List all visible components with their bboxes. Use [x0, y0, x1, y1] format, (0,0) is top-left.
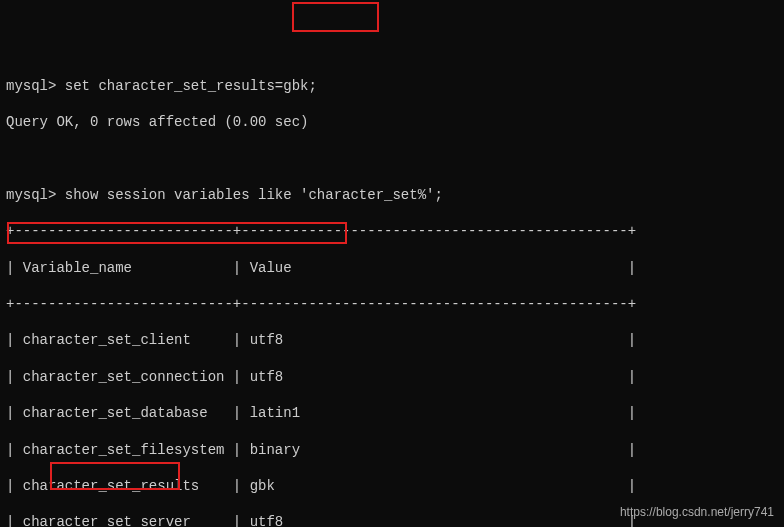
prompt: mysql> [6, 78, 65, 94]
table1-border-mid: +--------------------------+------------… [6, 295, 778, 313]
command-2: show session variables like 'character_s… [65, 187, 443, 203]
table1-row: | character_set_client | utf8 | [6, 331, 778, 349]
cmd-line-2: mysql> show session variables like 'char… [6, 186, 778, 204]
table1-row: | character_set_connection | utf8 | [6, 368, 778, 386]
table1-row: | character_set_database | latin1 | [6, 404, 778, 422]
response-1: Query OK, 0 rows affected (0.00 sec) [6, 113, 778, 131]
blank [6, 150, 778, 168]
watermark: https://blog.csdn.net/jerry741 [620, 505, 774, 521]
table1-border-top: +--------------------------+------------… [6, 222, 778, 240]
command-1: set character_set_results=gbk; [65, 78, 317, 94]
highlight-box-1 [292, 2, 379, 32]
table1-header: | Variable_name | Value | [6, 259, 778, 277]
table1-row-highlighted: | character_set_results | gbk | [6, 477, 778, 495]
table1-row: | character_set_filesystem | binary | [6, 441, 778, 459]
cmd-line-1: mysql> set character_set_results=gbk; [6, 77, 778, 95]
prompt: mysql> [6, 187, 65, 203]
